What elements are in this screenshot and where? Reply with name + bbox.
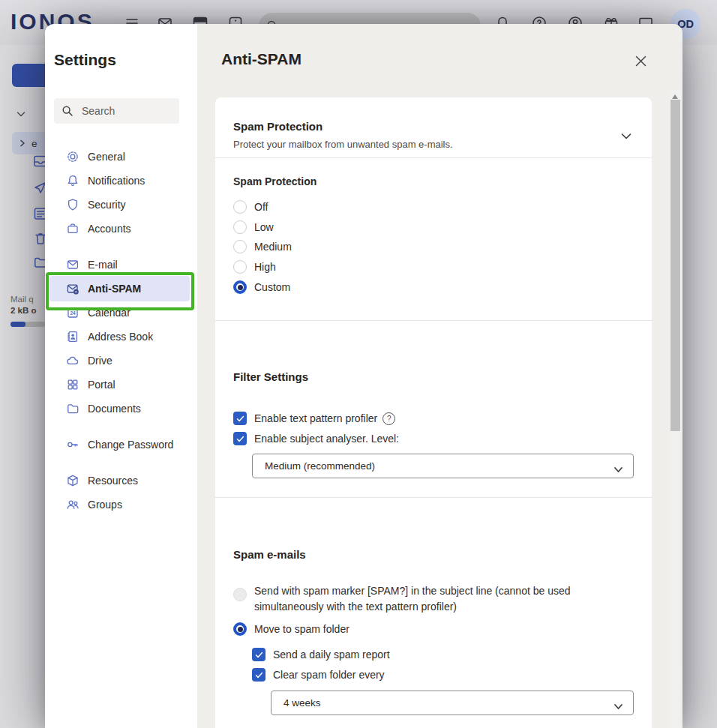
divider: [215, 497, 652, 498]
radio-label: High: [254, 261, 276, 273]
sidebar-item-label: Security: [88, 199, 126, 211]
checkbox-checked-icon: [252, 648, 266, 661]
svg-text:24: 24: [70, 310, 76, 316]
sidebar-item-email[interactable]: E-mail: [54, 253, 188, 276]
divider: [215, 320, 652, 321]
radio-label: Medium: [254, 241, 292, 253]
radio-option-off[interactable]: Off: [233, 196, 268, 218]
radio-selected-icon: [233, 280, 247, 294]
scrollbar-up-arrow[interactable]: [672, 94, 678, 99]
radio-icon: [233, 240, 247, 253]
sidebar-item-label: Address Book: [88, 331, 153, 343]
screen: IONOS OD e Mail q 2 kB o: [0, 0, 717, 728]
checkbox-checked-icon: [252, 668, 266, 682]
shield-icon: [66, 198, 80, 211]
address-book-icon: [66, 330, 80, 343]
sidebar-item-groups[interactable]: Groups: [54, 493, 188, 516]
envelope-block-icon: [66, 282, 80, 295]
radio-label: Low: [254, 221, 274, 233]
settings-modal: Settings General Notifications Secur: [45, 24, 682, 728]
sidebar-item-label: Anti-SPAM: [88, 283, 141, 295]
checkbox-label: Send a daily spam report: [273, 649, 390, 661]
collapse-chevron-icon[interactable]: [619, 129, 634, 144]
radio-option-spam-marker[interactable]: Send with spam marker [SPAM?] in the sub…: [233, 583, 607, 615]
radio-icon: [233, 200, 247, 214]
settings-sidebar: Settings General Notifications Secur: [45, 24, 197, 728]
sidebar-item-label: Documents: [88, 403, 141, 415]
envelope-icon: [66, 258, 80, 271]
sidebar-item-label: Change Password: [88, 439, 173, 451]
radio-option-custom[interactable]: Custom: [233, 276, 290, 298]
checkbox-label: Enable text pattern profiler: [254, 412, 377, 424]
chevron-down-icon: [613, 697, 624, 709]
antispam-card: Spam Protection Protect your mailbox fro…: [215, 97, 652, 728]
radio-label: Off: [254, 201, 268, 213]
radio-selected-icon: [233, 622, 247, 636]
radio-icon: [233, 220, 247, 234]
checkbox-text-pattern-profiler[interactable]: Enable text pattern profiler ?: [233, 407, 395, 430]
checkbox-clear-spam-folder[interactable]: Clear spam folder every: [252, 664, 385, 686]
spam-emails-label: Spam e-mails: [233, 548, 306, 561]
checkbox-subject-analyser[interactable]: Enable subject analyser. Level:: [233, 427, 399, 450]
sidebar-item-address-book[interactable]: Address Book: [54, 325, 188, 348]
sidebar-item-label: Calendar: [88, 307, 130, 319]
sidebar-item-portal[interactable]: Portal: [54, 373, 188, 396]
checkbox-checked-icon: [233, 412, 247, 425]
sidebar-item-label: General: [88, 151, 125, 163]
folder-icon: [66, 402, 80, 415]
sidebar-item-label: Resources: [88, 475, 138, 487]
radio-option-high[interactable]: High: [233, 256, 276, 278]
sidebar-item-label: Portal: [88, 379, 116, 391]
sidebar-item-calendar[interactable]: 24 Calendar: [54, 301, 188, 324]
sidebar-item-security[interactable]: Security: [54, 193, 188, 216]
sidebar-item-resources[interactable]: Resources: [54, 469, 188, 492]
settings-title: Settings: [54, 51, 116, 69]
sidebar-item-antispam[interactable]: Anti-SPAM: [50, 276, 190, 301]
checkbox-label: Enable subject analyser. Level:: [254, 433, 399, 445]
chevron-down-icon: [613, 460, 624, 472]
sidebar-item-accounts[interactable]: Accounts: [54, 217, 188, 240]
clear-period-select-value: 4 weeks: [284, 697, 321, 709]
scrollbar-thumb[interactable]: [670, 100, 680, 431]
sidebar-item-label: Groups: [88, 499, 122, 511]
radio-option-medium[interactable]: Medium: [233, 235, 292, 258]
sidebar-item-label: Notifications: [88, 175, 145, 187]
gear-icon: [66, 150, 80, 163]
checkbox-checked-icon: [233, 432, 247, 445]
key-icon: [66, 438, 80, 451]
sidebar-item-general[interactable]: General: [54, 145, 188, 168]
radio-option-move-to-spam[interactable]: Move to spam folder: [233, 618, 350, 640]
help-circle-icon[interactable]: ?: [382, 412, 395, 425]
antispam-panel: Anti-SPAM Spam Protection Protect your m…: [197, 24, 682, 728]
sidebar-item-label: E-mail: [88, 259, 118, 271]
sidebar-item-documents[interactable]: Documents: [54, 397, 188, 420]
settings-search[interactable]: [54, 98, 179, 124]
app-grid-icon: [66, 378, 80, 391]
level-select[interactable]: Medium (recommended): [252, 454, 634, 478]
filter-settings-label: Filter Settings: [233, 370, 308, 383]
cube-icon: [66, 474, 80, 487]
radio-icon: [233, 260, 247, 274]
sidebar-item-label: Drive: [88, 355, 112, 367]
sidebar-item-notifications[interactable]: Notifications: [54, 169, 188, 192]
spam-protection-header-subtitle: Protect your mailbox from unwanted spam …: [233, 139, 453, 150]
radio-label: Move to spam folder: [254, 623, 350, 635]
people-icon: [66, 498, 80, 511]
close-icon[interactable]: [634, 54, 648, 68]
checkbox-label: Clear spam folder every: [273, 669, 385, 681]
radio-label: Send with spam marker [SPAM?] in the sub…: [254, 583, 607, 615]
level-select-value: Medium (recommended): [265, 460, 375, 472]
search-icon: [62, 105, 74, 117]
spam-protection-label: Spam Protection: [233, 175, 316, 187]
radio-disabled-icon: [233, 588, 247, 601]
bell-icon: [66, 174, 80, 187]
checkbox-daily-spam-report[interactable]: Send a daily spam report: [252, 643, 390, 666]
divider: [215, 157, 652, 158]
spam-protection-header-title: Spam Protection: [233, 120, 322, 133]
settings-search-input[interactable]: [80, 104, 173, 118]
panel-scrollbar[interactable]: [670, 90, 681, 728]
sidebar-item-drive[interactable]: Drive: [54, 349, 188, 372]
panel-title: Anti-SPAM: [221, 50, 302, 68]
sidebar-item-change-password[interactable]: Change Password: [54, 433, 188, 456]
clear-period-select[interactable]: 4 weeks: [271, 691, 634, 715]
